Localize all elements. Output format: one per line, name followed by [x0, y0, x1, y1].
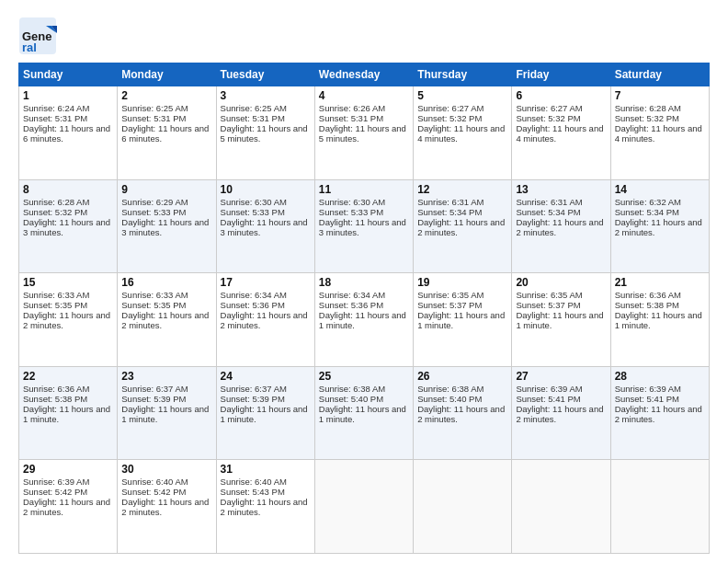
daylight-text: Daylight: 11 hours and 3 minutes.	[23, 217, 110, 237]
sunrise-text: Sunrise: 6:34 AM	[221, 290, 287, 300]
sunrise-text: Sunrise: 6:24 AM	[23, 103, 89, 113]
sunrise-text: Sunrise: 6:35 AM	[516, 290, 582, 300]
day-number: 15	[23, 276, 113, 289]
week-row-4: 22Sunrise: 6:36 AMSunset: 5:38 PMDayligh…	[19, 366, 710, 460]
sunset-text: Sunset: 5:40 PM	[319, 394, 383, 404]
daylight-text: Daylight: 11 hours and 2 minutes.	[221, 497, 308, 517]
sunrise-text: Sunrise: 6:34 AM	[319, 290, 385, 300]
daylight-text: Daylight: 11 hours and 2 minutes.	[23, 497, 110, 517]
calendar-cell: 11Sunrise: 6:30 AMSunset: 5:33 PMDayligh…	[314, 179, 413, 273]
calendar-cell: 22Sunrise: 6:36 AMSunset: 5:38 PMDayligh…	[19, 366, 118, 460]
sunrise-text: Sunrise: 6:30 AM	[319, 197, 385, 207]
sunrise-text: Sunrise: 6:27 AM	[516, 103, 582, 113]
calendar: SundayMondayTuesdayWednesdayThursdayFrid…	[18, 63, 710, 554]
sunset-text: Sunset: 5:35 PM	[23, 300, 87, 310]
day-header-saturday: Saturday	[610, 63, 709, 86]
sunrise-text: Sunrise: 6:28 AM	[23, 197, 89, 207]
day-number: 29	[23, 463, 113, 476]
sunrise-text: Sunrise: 6:31 AM	[417, 197, 483, 207]
sunset-text: Sunset: 5:38 PM	[23, 394, 87, 404]
day-header-friday: Friday	[512, 63, 610, 86]
day-number: 1	[23, 89, 113, 102]
day-header-wednesday: Wednesday	[314, 63, 413, 86]
day-number: 28	[615, 370, 705, 383]
sunrise-text: Sunrise: 6:26 AM	[319, 103, 385, 113]
day-number: 2	[121, 89, 211, 102]
daylight-text: Daylight: 11 hours and 3 minutes.	[121, 217, 209, 237]
sunrise-text: Sunrise: 6:37 AM	[121, 384, 188, 394]
sunrise-text: Sunrise: 6:38 AM	[417, 384, 483, 394]
daylight-text: Daylight: 11 hours and 1 minute.	[516, 310, 603, 330]
daylight-text: Daylight: 11 hours and 1 minute.	[121, 404, 209, 424]
sunrise-text: Sunrise: 6:36 AM	[615, 290, 681, 300]
day-number: 23	[121, 370, 211, 383]
day-number: 12	[417, 183, 507, 196]
calendar-cell	[512, 460, 610, 554]
sunset-text: Sunset: 5:31 PM	[23, 113, 87, 123]
sunset-text: Sunset: 5:33 PM	[121, 207, 186, 217]
daylight-text: Daylight: 11 hours and 2 minutes.	[121, 497, 209, 517]
day-number: 25	[319, 370, 409, 383]
sunset-text: Sunset: 5:31 PM	[221, 113, 285, 123]
day-number: 24	[221, 370, 311, 383]
sunset-text: Sunset: 5:42 PM	[121, 487, 186, 497]
calendar-cell	[414, 460, 512, 554]
day-header-thursday: Thursday	[414, 63, 512, 86]
calendar-cell: 3Sunrise: 6:25 AMSunset: 5:31 PMDaylight…	[216, 86, 314, 180]
daylight-text: Daylight: 11 hours and 1 minute.	[319, 404, 406, 424]
day-number: 6	[516, 89, 606, 102]
day-number: 31	[221, 463, 311, 476]
day-number: 21	[615, 276, 705, 289]
sunset-text: Sunset: 5:39 PM	[221, 394, 285, 404]
calendar-cell: 9Sunrise: 6:29 AMSunset: 5:33 PMDaylight…	[118, 179, 216, 273]
calendar-cell: 1Sunrise: 6:24 AMSunset: 5:31 PMDaylight…	[19, 86, 118, 180]
sunset-text: Sunset: 5:34 PM	[516, 207, 580, 217]
day-number: 3	[221, 89, 311, 102]
page: Gene ral SundayMondayTuesdayWednesdayThu…	[0, 0, 728, 563]
sunset-text: Sunset: 5:38 PM	[615, 300, 679, 310]
sunset-text: Sunset: 5:37 PM	[417, 300, 482, 310]
calendar-cell: 20Sunrise: 6:35 AMSunset: 5:37 PMDayligh…	[512, 273, 610, 367]
sunset-text: Sunset: 5:39 PM	[121, 394, 186, 404]
sunrise-text: Sunrise: 6:25 AM	[221, 103, 287, 113]
sunrise-text: Sunrise: 6:36 AM	[23, 384, 89, 394]
calendar-cell	[314, 460, 413, 554]
daylight-text: Daylight: 11 hours and 6 minutes.	[121, 123, 209, 144]
calendar-cell: 27Sunrise: 6:39 AMSunset: 5:41 PMDayligh…	[512, 366, 610, 460]
daylight-text: Daylight: 11 hours and 1 minute.	[615, 310, 702, 330]
day-header-monday: Monday	[118, 63, 216, 86]
sunrise-text: Sunrise: 6:33 AM	[23, 290, 89, 300]
calendar-cell: 14Sunrise: 6:32 AMSunset: 5:34 PMDayligh…	[610, 179, 709, 273]
calendar-cell: 15Sunrise: 6:33 AMSunset: 5:35 PMDayligh…	[19, 273, 118, 367]
day-number: 20	[516, 276, 606, 289]
sunset-text: Sunset: 5:32 PM	[417, 113, 482, 123]
daylight-text: Daylight: 11 hours and 2 minutes.	[516, 404, 603, 424]
calendar-cell: 28Sunrise: 6:39 AMSunset: 5:41 PMDayligh…	[610, 366, 709, 460]
svg-text:ral: ral	[22, 40, 37, 54]
day-number: 13	[516, 183, 606, 196]
sunset-text: Sunset: 5:33 PM	[319, 207, 383, 217]
calendar-cell: 13Sunrise: 6:31 AMSunset: 5:34 PMDayligh…	[512, 179, 610, 273]
calendar-cell: 25Sunrise: 6:38 AMSunset: 5:40 PMDayligh…	[314, 366, 413, 460]
sunset-text: Sunset: 5:41 PM	[615, 394, 679, 404]
day-number: 17	[221, 276, 311, 289]
day-number: 22	[23, 370, 113, 383]
calendar-cell: 31Sunrise: 6:40 AMSunset: 5:43 PMDayligh…	[216, 460, 314, 554]
day-number: 11	[319, 183, 409, 196]
day-header-sunday: Sunday	[19, 63, 118, 86]
sunrise-text: Sunrise: 6:35 AM	[417, 290, 483, 300]
daylight-text: Daylight: 11 hours and 2 minutes.	[417, 217, 505, 237]
daylight-text: Daylight: 11 hours and 4 minutes.	[516, 123, 603, 144]
calendar-header-row: SundayMondayTuesdayWednesdayThursdayFrid…	[19, 63, 710, 86]
daylight-text: Daylight: 11 hours and 2 minutes.	[23, 310, 110, 330]
sunset-text: Sunset: 5:34 PM	[417, 207, 482, 217]
calendar-cell: 6Sunrise: 6:27 AMSunset: 5:32 PMDaylight…	[512, 86, 610, 180]
day-number: 26	[417, 370, 507, 383]
week-row-2: 8Sunrise: 6:28 AMSunset: 5:32 PMDaylight…	[19, 179, 710, 273]
day-number: 5	[417, 89, 507, 102]
sunrise-text: Sunrise: 6:38 AM	[319, 384, 385, 394]
logo-icon: Gene ral	[18, 17, 57, 55]
daylight-text: Daylight: 11 hours and 1 minute.	[23, 404, 110, 424]
calendar-cell: 16Sunrise: 6:33 AMSunset: 5:35 PMDayligh…	[118, 273, 216, 367]
sunset-text: Sunset: 5:33 PM	[221, 207, 285, 217]
